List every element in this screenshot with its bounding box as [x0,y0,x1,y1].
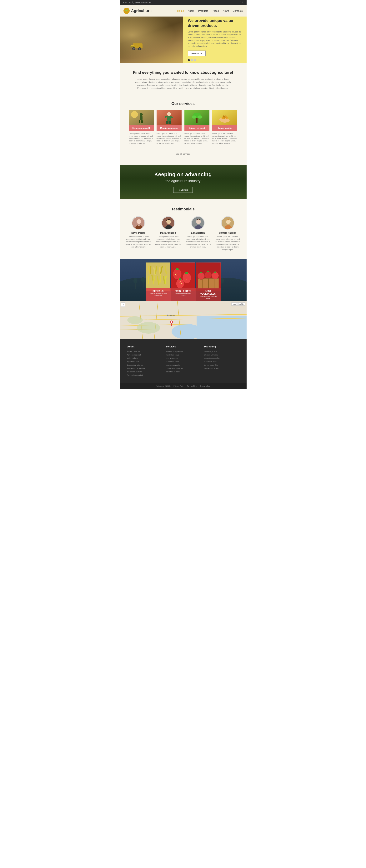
list-item: Tempor incididunt [127,354,162,356]
dot-3[interactable] [194,59,196,61]
svg-rect-13 [139,120,140,123]
footer-services-list: Proin sed magna dolor Vestibulum purus Q… [166,350,200,373]
hero-read-more-button[interactable]: Read more [188,51,205,56]
testimonial-text-2: Lorem ipsum dolor sit amet conse ctetur … [155,236,181,248]
list-item: Laboris nisi ut [127,357,162,360]
svg-point-25 [192,116,196,119]
prod-label-cereals: CEREALS Lorem ipsum dolor sit amet conse… [146,288,171,301]
svg-point-78 [177,272,178,273]
about-text: Lorem ipsum dolor sit amet conse ctetur … [135,78,231,90]
list-item: Lorem ipsum dolor [127,350,162,353]
svg-point-84 [183,273,191,283]
list-item: Consectetur adipiscing [127,367,162,370]
svg-point-88 [186,279,187,280]
fruits-sub: Sed do eiusmod tempor incididunt [172,293,194,296]
facebook-icon[interactable]: f [240,1,241,4]
testimonial-card-3: Edna Barton Lorem ipsum dolor sit amet c… [185,216,211,251]
testimonial-card-4: Camala Haddon Lorem ipsum dolor sit amet… [215,216,241,251]
svg-point-7 [139,48,140,50]
list-item: Ut enim ad minim [204,354,239,356]
map-zoom-control[interactable]: ⊕ [121,303,125,307]
phone-info: Call Us: 📞 (800) 2345-6789 [123,1,151,4]
nav-about[interactable]: About [188,9,194,12]
svg-point-81 [175,274,176,275]
svg-rect-116 [197,316,247,339]
svg-point-76 [173,269,181,279]
harvester-illustration [129,39,148,51]
cereals-image [146,262,170,291]
svg-point-85 [186,277,186,277]
vegetables-sub: Lorem dolor sit amet conse ctetur [197,296,219,299]
map-svg: New York [120,301,247,339]
prod-label-fruits: FRESH FRUITS Sed do eiusmod tempor incid… [171,288,196,301]
nav-news[interactable]: News [223,9,229,12]
map-type-label[interactable]: Map | Satellite [231,303,245,306]
list-item: Proin sed magna dolor [166,350,200,353]
svg-point-109 [205,272,212,279]
testimonial-name-3: Edna Barton [185,231,211,234]
products-labels: CEREALS Lorem ipsum dolor sit amet conse… [146,288,221,301]
svg-point-94 [180,281,181,282]
report-bug-link[interactable]: Report a bug [200,385,210,387]
footer-columns: About Lorem ipsum dolor Tempor incididun… [127,345,239,377]
footer-marketing-title: Marketing [204,345,239,348]
footer-bottom: Agriculture © 2015. Privacy Policy Terms… [120,383,247,389]
service-desc-1: Lorem ipsum dolor sit amet conse ctetur … [129,131,154,146]
list-item: Exercitation ullamco [127,364,162,367]
banner-title: Keeping on advancing [154,172,212,178]
svg-rect-102 [202,278,203,289]
nav-prices[interactable]: Prices [212,9,219,12]
call-label: Call Us: [123,1,131,4]
svg-point-33 [223,115,225,118]
svg-point-11 [140,113,143,116]
service-desc-3: Lorem ipsum dolor sit amet conse ctetur … [185,131,209,146]
banner-subtitle: the agriculture industry [165,179,200,183]
list-item: Incididunt ut labore [127,371,162,373]
svg-rect-103 [208,278,209,289]
list-item: Incididunt ut labore [166,371,200,373]
nav-products[interactable]: Products [198,9,208,12]
svg-point-34 [225,115,227,118]
list-item: Tempor incididunt ut [127,374,162,376]
services-title: Our services [127,101,239,106]
banner-read-more-button[interactable]: Read more [173,187,193,193]
dot-2[interactable] [191,59,193,61]
svg-text:New York: New York [169,315,176,316]
svg-point-128 [127,316,143,324]
twitter-icon[interactable]: t [242,1,243,4]
svg-point-127 [137,322,160,334]
testimonial-card-2: Mark Johnson Lorem ipsum dolor sit amet … [155,216,181,251]
terms-link[interactable]: Terms of Use [187,385,197,387]
hero-section: We provide unique value driven products … [120,17,247,63]
privacy-policy-link[interactable]: Privacy Policy [173,385,184,387]
svg-point-36 [137,219,141,224]
list-item: Lorem ipsum dolor [166,364,200,367]
svg-point-117 [172,324,202,339]
list-item: Vestibulum purus [166,354,200,356]
list-item: Quis nostrud sit [127,361,162,363]
svg-point-86 [187,276,188,276]
logo[interactable]: 🌱 Agriculture [123,8,152,14]
svg-point-125 [167,315,168,316]
svg-point-79 [178,274,179,274]
see-all-services-button[interactable]: See all services [171,151,195,157]
footer-col-services: Services Proin sed magna dolor Vestibulu… [166,345,200,377]
nav-contacts[interactable]: Contacts [233,9,243,12]
testimonial-name-1: Dayle Peters [125,231,151,234]
service-img-3 [185,110,209,125]
svg-rect-14 [141,120,143,123]
dot-1[interactable] [188,59,190,61]
svg-point-10 [131,111,138,118]
map-section[interactable]: New York Map | Satellite ⊕ [120,301,247,339]
service-img-4 [212,110,237,125]
logo-icon: 🌱 [123,8,130,14]
svg-point-96 [179,285,180,285]
svg-point-42 [196,219,201,224]
svg-rect-8 [130,46,134,47]
list-item: Consectetur adipiscing [166,367,200,370]
nav-home[interactable]: Home [177,9,184,12]
testimonial-text-4: Lorem ipsum dolor sit amet conse ctetur … [215,236,241,251]
svg-point-45 [226,219,231,224]
service-label-3: Aliquet sit amet [185,125,209,131]
svg-point-16 [167,112,171,116]
